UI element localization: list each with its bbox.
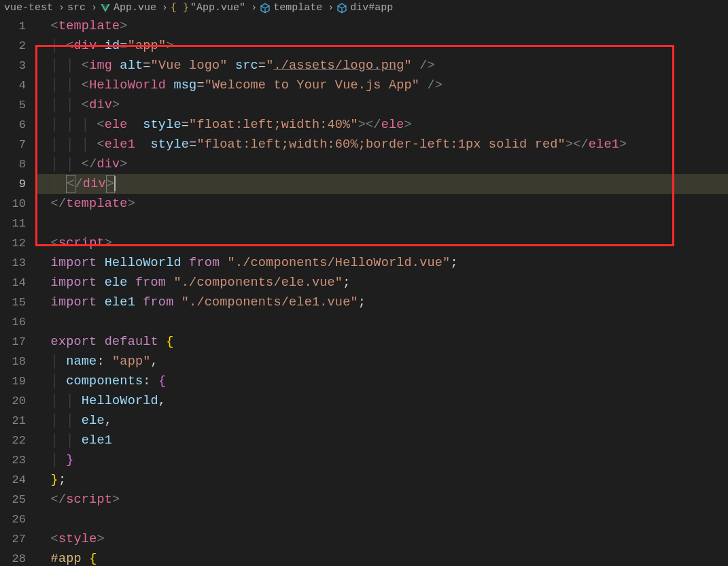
line-number: 14 [0, 273, 26, 293]
chevron-right-icon: › [91, 1, 97, 16]
breadcrumb-item[interactable]: template [260, 1, 322, 16]
braces-icon: { } [171, 1, 189, 16]
line-number: 15 [0, 293, 26, 312]
line-number: 23 [0, 450, 26, 470]
line-number: 26 [0, 510, 26, 529]
line-number: 2 [0, 36, 26, 56]
line-number: 27 [0, 529, 26, 549]
code-line[interactable]: <template> [35, 16, 728, 36]
code-line[interactable]: │ } [35, 450, 728, 470]
breadcrumb-item[interactable]: App.vue [100, 1, 156, 16]
code-line[interactable] [35, 510, 728, 529]
code-line[interactable] [35, 214, 728, 233]
chevron-right-icon: › [328, 1, 334, 16]
chevron-right-icon: › [162, 1, 168, 16]
line-number-gutter: 1 2 3 4 5 6 7 8 9 10 11 12 13 14 15 16 1… [0, 16, 35, 566]
line-number: 4 [0, 76, 26, 95]
code-line[interactable]: │ │ │ <ele1 style="float:left;width:60%;… [35, 135, 728, 154]
code-line[interactable]: </template> [35, 194, 728, 214]
line-number: 19 [0, 371, 26, 391]
code-line[interactable]: │ │ <HelloWorld msg="Welcome to Your Vue… [35, 76, 728, 95]
line-number: 10 [0, 194, 26, 214]
vue-file-icon [100, 3, 111, 14]
code-line[interactable]: │ │ <img alt="Vue logo" src="./assets/lo… [35, 56, 728, 76]
code-line[interactable]: import ele from "./components/ele.vue"; [35, 273, 728, 293]
code-line[interactable]: </script> [35, 490, 728, 510]
line-number: 1 [0, 16, 26, 36]
line-number: 5 [0, 95, 26, 115]
code-line[interactable]: <style> [35, 529, 728, 549]
code-line[interactable]: │ │ ele1 [35, 431, 728, 450]
bracket-match: < [66, 175, 75, 193]
code-line[interactable]: #app { [35, 549, 728, 566]
line-number: 16 [0, 312, 26, 332]
code-line[interactable]: │ </div> [35, 174, 728, 194]
code-line[interactable]: │ name: "app", [35, 352, 728, 371]
breadcrumb: vue-test › src › App.vue › { } "App.vue"… [0, 0, 728, 16]
code-line[interactable]: │ │ ele, [35, 411, 728, 431]
line-number: 6 [0, 115, 26, 135]
line-number: 21 [0, 411, 26, 431]
line-number: 8 [0, 154, 26, 174]
line-number: 20 [0, 391, 26, 411]
line-number: 12 [0, 233, 26, 253]
code-area[interactable]: <template> │ <div id="app"> │ │ <img alt… [35, 16, 728, 566]
code-line[interactable]: }; [35, 470, 728, 490]
code-editor[interactable]: 1 2 3 4 5 6 7 8 9 10 11 12 13 14 15 16 1… [0, 16, 728, 566]
line-number: 11 [0, 214, 26, 233]
code-line[interactable]: │ components: { [35, 371, 728, 391]
code-line[interactable]: │ │ HelloWorld, [35, 391, 728, 411]
line-number: 3 [0, 56, 26, 76]
breadcrumb-item[interactable]: { } "App.vue" [171, 1, 245, 16]
cube-icon [260, 3, 271, 14]
code-line[interactable]: import HelloWorld from "./components/Hel… [35, 253, 728, 273]
line-number: 13 [0, 253, 26, 273]
code-line[interactable]: │ │ </div> [35, 154, 728, 174]
cube-icon [336, 3, 347, 14]
line-number: 17 [0, 332, 26, 352]
code-line[interactable]: import ele1 from "./components/ele1.vue"… [35, 293, 728, 312]
breadcrumb-item[interactable]: div#app [336, 1, 393, 16]
line-number: 22 [0, 431, 26, 450]
line-number: 18 [0, 352, 26, 371]
line-number: 24 [0, 470, 26, 490]
breadcrumb-item[interactable]: vue-test [4, 1, 53, 16]
bracket-match: > [106, 175, 115, 193]
line-number: 9 [0, 174, 26, 194]
chevron-right-icon: › [251, 1, 257, 16]
breadcrumb-item[interactable]: src [67, 1, 86, 16]
code-line[interactable]: export default { [35, 332, 728, 352]
chevron-right-icon: › [58, 1, 65, 16]
line-number: 28 [0, 549, 26, 566]
code-line[interactable] [35, 312, 728, 332]
line-number: 25 [0, 490, 26, 510]
code-line[interactable]: │ <div id="app"> [35, 36, 728, 56]
line-number: 7 [0, 135, 26, 154]
code-line[interactable]: │ │ <div> [35, 95, 728, 115]
code-line[interactable]: │ │ │ <ele style="float:left;width:40%">… [35, 115, 728, 135]
text-cursor [114, 176, 116, 191]
code-line[interactable]: <script> [35, 233, 728, 253]
